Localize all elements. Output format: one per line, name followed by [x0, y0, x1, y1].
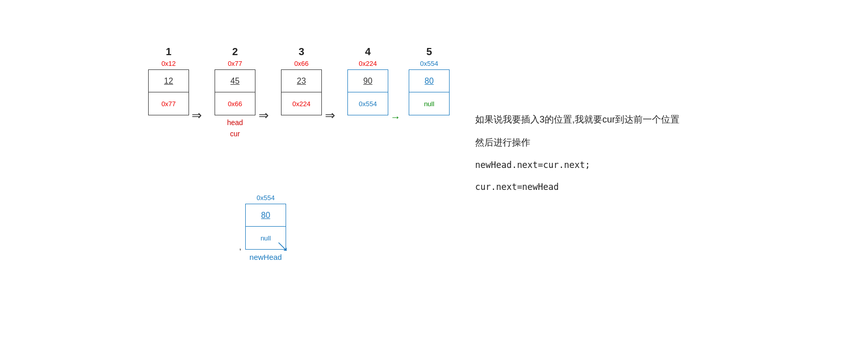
- node-2-head-label: head: [227, 118, 243, 127]
- arrow-3: ⇒: [325, 108, 335, 123]
- node-3-box: 23 0x224: [281, 69, 322, 115]
- node-5-address: 0x554: [420, 60, 438, 67]
- node-2-data: 45: [215, 70, 255, 92]
- new-head-data: 80: [246, 204, 286, 227]
- new-head-arrow-icon: [278, 242, 289, 253]
- text-line-4: cur.next=newHead: [475, 180, 833, 194]
- node-2-index: 2: [232, 46, 238, 58]
- node-3-data: 23: [281, 70, 321, 92]
- new-head-label: newHead: [249, 253, 281, 261]
- text-line-1: 如果说我要插入3的位置,我就要cur到达前一个位置: [475, 112, 833, 127]
- node-3-next: 0x224: [281, 92, 321, 115]
- node-4-next: 0x554: [348, 92, 388, 115]
- node-5-box: 80 null: [409, 69, 450, 115]
- node-4-data: 90: [348, 70, 388, 92]
- text-panel: 如果说我要插入3的位置,我就要cur到达前一个位置 然后进行操作 newHead…: [475, 112, 833, 202]
- node-4-address: 0x224: [359, 60, 377, 67]
- new-head-comma: ,: [239, 242, 241, 252]
- arrow-2: ⇒: [259, 108, 269, 123]
- node-2-box: 45 0x66: [215, 69, 255, 115]
- node-3: 3 0x66 23 0x224: [281, 46, 322, 115]
- node-1-index: 1: [166, 46, 171, 58]
- node-5-index: 5: [426, 46, 432, 58]
- node-4-box: 90 0x554: [347, 69, 388, 115]
- node-2-address: 0x77: [228, 60, 242, 67]
- node-4-index: 4: [365, 46, 370, 58]
- arrow-4: →: [390, 111, 401, 123]
- node-5-data: 80: [409, 70, 449, 92]
- node-1-next: 0x77: [149, 92, 189, 115]
- text-line-3: newHead.next=cur.next;: [475, 158, 833, 172]
- node-5: 5 0x554 80 null: [409, 46, 450, 115]
- node-4: 4 0x224 90 0x554: [347, 46, 388, 115]
- node-1-box: 12 0x77: [148, 69, 189, 115]
- node-2-next: 0x66: [215, 92, 255, 115]
- text-line-2: 然后进行操作: [475, 135, 833, 150]
- node-2-cur-label: cur: [230, 130, 240, 138]
- node-1-address: 0x12: [161, 60, 176, 67]
- node-2: 2 0x77 45 0x66 head cur: [215, 46, 255, 138]
- node-1-data: 12: [149, 70, 189, 92]
- arrow-1: ⇒: [192, 108, 202, 123]
- node-3-address: 0x66: [294, 60, 309, 67]
- node-3-index: 3: [298, 46, 304, 58]
- node-1: 1 0x12 12 0x77: [148, 46, 189, 115]
- node-5-next: null: [409, 92, 449, 115]
- new-head-address: 0x554: [256, 194, 274, 202]
